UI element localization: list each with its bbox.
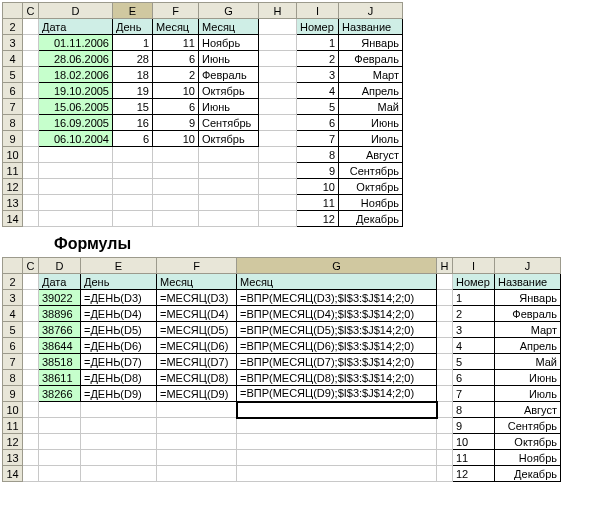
row-header[interactable]: 10	[3, 147, 23, 163]
cell[interactable]: 39022	[39, 290, 81, 306]
cell[interactable]	[81, 450, 157, 466]
cell[interactable]: Октябрь	[495, 434, 561, 450]
cell[interactable]: 28.06.2006	[39, 51, 113, 67]
cell[interactable]: Февраль	[495, 306, 561, 322]
cell[interactable]: 6	[153, 99, 199, 115]
cell[interactable]: 6	[297, 115, 339, 131]
cell[interactable]	[23, 83, 39, 99]
cell[interactable]: 38266	[39, 386, 81, 402]
cell[interactable]: 5	[297, 99, 339, 115]
cell[interactable]: =МЕСЯЦ(D5)	[157, 322, 237, 338]
cell[interactable]	[437, 354, 453, 370]
cell[interactable]: Август	[495, 402, 561, 418]
cell[interactable]: 06.10.2004	[39, 131, 113, 147]
cell[interactable]: 1	[113, 35, 153, 51]
cell[interactable]	[23, 179, 39, 195]
cell[interactable]	[23, 434, 39, 450]
cell[interactable]	[437, 434, 453, 450]
col-header[interactable]: C	[23, 3, 39, 19]
row-header[interactable]: 9	[3, 386, 23, 402]
cell[interactable]: Сентябрь	[199, 115, 259, 131]
col-header[interactable]: C	[23, 258, 39, 274]
cell[interactable]: 19	[113, 83, 153, 99]
cell[interactable]	[437, 322, 453, 338]
cell[interactable]: 5	[453, 354, 495, 370]
cell[interactable]	[157, 450, 237, 466]
cell-header[interactable]: День	[113, 19, 153, 35]
cell[interactable]: Ноябрь	[339, 195, 403, 211]
col-header[interactable]: J	[339, 3, 403, 19]
cell[interactable]	[39, 418, 81, 434]
cell[interactable]: 7	[297, 131, 339, 147]
cell[interactable]: 19.10.2005	[39, 83, 113, 99]
cell[interactable]	[157, 402, 237, 418]
cell[interactable]: =МЕСЯЦ(D8)	[157, 370, 237, 386]
cell[interactable]: =МЕСЯЦ(D4)	[157, 306, 237, 322]
cell[interactable]: 12	[453, 466, 495, 482]
cell[interactable]: Октябрь	[199, 83, 259, 99]
cell[interactable]: Ноябрь	[495, 450, 561, 466]
col-header[interactable]: G	[237, 258, 437, 274]
cell[interactable]: 10	[453, 434, 495, 450]
cell[interactable]	[153, 195, 199, 211]
cell[interactable]	[39, 450, 81, 466]
row-header[interactable]: 14	[3, 466, 23, 482]
cell[interactable]	[81, 418, 157, 434]
cell[interactable]	[259, 51, 297, 67]
cell[interactable]	[437, 466, 453, 482]
cell[interactable]	[437, 418, 453, 434]
cell[interactable]: 8	[453, 402, 495, 418]
cell[interactable]: Сентябрь	[339, 163, 403, 179]
cell[interactable]	[81, 402, 157, 418]
cell[interactable]	[23, 402, 39, 418]
cell[interactable]	[437, 386, 453, 402]
cell[interactable]	[259, 163, 297, 179]
cell[interactable]: =ВПР(МЕСЯЦ(D7);$I$3:$J$14;2;0)	[237, 354, 437, 370]
cell[interactable]	[153, 179, 199, 195]
cell[interactable]	[23, 290, 39, 306]
cell[interactable]	[259, 131, 297, 147]
cell[interactable]: Июль	[495, 386, 561, 402]
cell[interactable]	[23, 354, 39, 370]
cell[interactable]: Июнь	[199, 51, 259, 67]
cell[interactable]	[259, 195, 297, 211]
cell[interactable]: Декабрь	[495, 466, 561, 482]
row-header[interactable]: 8	[3, 370, 23, 386]
cell[interactable]	[23, 370, 39, 386]
cell[interactable]	[23, 306, 39, 322]
cell[interactable]	[113, 195, 153, 211]
cell[interactable]: =ДЕНЬ(D7)	[81, 354, 157, 370]
row-header[interactable]: 6	[3, 338, 23, 354]
cell-header[interactable]: Месяц	[157, 274, 237, 290]
cell[interactable]: =ВПР(МЕСЯЦ(D6);$I$3:$J$14;2;0)	[237, 338, 437, 354]
cell[interactable]: =ДЕНЬ(D9)	[81, 386, 157, 402]
cell[interactable]: 10	[153, 131, 199, 147]
cell[interactable]	[23, 450, 39, 466]
cell[interactable]	[237, 434, 437, 450]
cell[interactable]: 4	[453, 338, 495, 354]
row-header[interactable]: 7	[3, 99, 23, 115]
cell[interactable]: 7	[453, 386, 495, 402]
cell[interactable]	[199, 195, 259, 211]
cell[interactable]: 6	[453, 370, 495, 386]
col-header[interactable]: H	[437, 258, 453, 274]
cell[interactable]: 18	[113, 67, 153, 83]
cell[interactable]	[23, 466, 39, 482]
cell[interactable]: =ВПР(МЕСЯЦ(D5);$I$3:$J$14;2;0)	[237, 322, 437, 338]
cell[interactable]: 11	[153, 35, 199, 51]
cell[interactable]: Май	[495, 354, 561, 370]
col-header[interactable]: G	[199, 3, 259, 19]
cell-header[interactable]: Название	[339, 19, 403, 35]
cell[interactable]: 28	[113, 51, 153, 67]
cell[interactable]	[259, 67, 297, 83]
cell[interactable]	[39, 147, 113, 163]
cell[interactable]: 10	[153, 83, 199, 99]
row-header[interactable]: 6	[3, 83, 23, 99]
cell[interactable]	[437, 274, 453, 290]
active-cell[interactable]	[237, 402, 437, 418]
row-header[interactable]: 11	[3, 163, 23, 179]
cell-header[interactable]: Дата	[39, 19, 113, 35]
corner-cell[interactable]	[3, 3, 23, 19]
cell[interactable]	[23, 195, 39, 211]
cell[interactable]: Февраль	[339, 51, 403, 67]
